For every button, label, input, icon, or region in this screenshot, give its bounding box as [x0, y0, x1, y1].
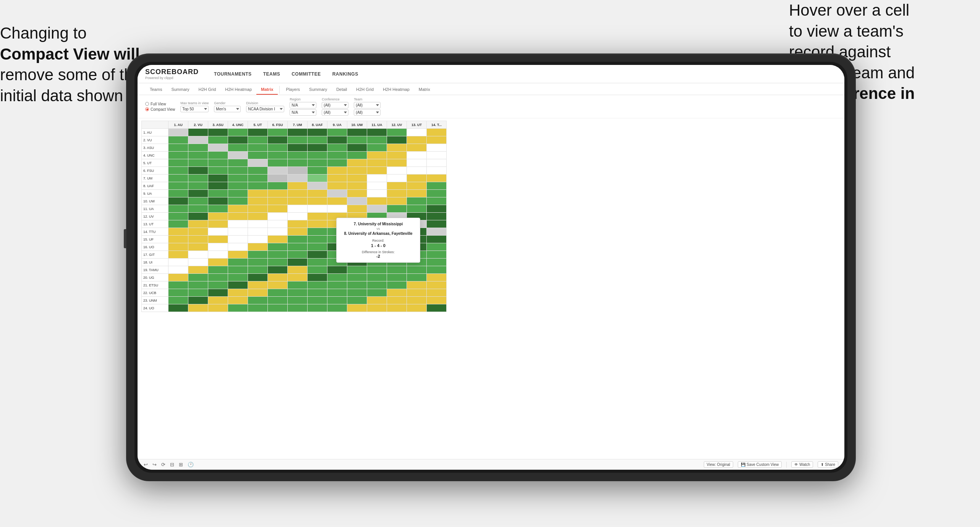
matrix-cell[interactable] — [268, 281, 288, 289]
matrix-cell[interactable] — [387, 136, 407, 144]
matrix-cell[interactable] — [387, 182, 407, 190]
matrix-cell[interactable] — [188, 274, 208, 281]
region-select-2[interactable]: N/A — [290, 109, 316, 116]
compact-view-radio[interactable]: Compact View — [145, 107, 175, 112]
matrix-cell[interactable] — [327, 289, 347, 297]
matrix-cell[interactable] — [208, 159, 228, 167]
matrix-cell[interactable] — [347, 281, 367, 289]
matrix-cell[interactable] — [427, 266, 447, 274]
matrix-cell[interactable] — [407, 129, 427, 136]
matrix-cell[interactable] — [308, 167, 327, 175]
matrix-cell[interactable] — [228, 197, 248, 205]
matrix-cell[interactable] — [427, 167, 447, 175]
matrix-cell[interactable] — [208, 236, 228, 243]
matrix-cell[interactable] — [268, 213, 288, 220]
matrix-cell[interactable] — [168, 281, 188, 289]
matrix-cell[interactable] — [427, 304, 447, 312]
matrix-cell[interactable] — [268, 136, 288, 144]
matrix-cell[interactable] — [188, 197, 208, 205]
matrix-cell[interactable] — [308, 129, 327, 136]
tab-summary-1[interactable]: Summary — [167, 85, 194, 95]
matrix-cell[interactable] — [248, 236, 268, 243]
matrix-cell[interactable] — [367, 274, 387, 281]
matrix-cell[interactable] — [347, 190, 367, 197]
clock-icon[interactable]: 🕐 — [188, 462, 194, 467]
matrix-cell[interactable] — [427, 251, 447, 259]
matrix-cell[interactable] — [228, 167, 248, 175]
matrix-cell[interactable] — [387, 297, 407, 304]
matrix-cell[interactable] — [288, 205, 308, 213]
matrix-cell[interactable] — [347, 167, 367, 175]
matrix-cell[interactable] — [208, 266, 228, 274]
matrix-cell[interactable] — [188, 175, 208, 182]
matrix-cell[interactable] — [367, 289, 387, 297]
matrix-cell[interactable] — [168, 175, 188, 182]
matrix-cell[interactable] — [288, 190, 308, 197]
matrix-cell[interactable] — [367, 144, 387, 152]
matrix-cell[interactable] — [427, 281, 447, 289]
matrix-cell[interactable] — [427, 220, 447, 228]
matrix-cell[interactable] — [327, 197, 347, 205]
matrix-cell[interactable] — [387, 175, 407, 182]
matrix-cell[interactable] — [407, 144, 427, 152]
matrix-cell[interactable] — [427, 159, 447, 167]
matrix-cell[interactable] — [308, 159, 327, 167]
zoom-out-icon[interactable]: ⊟ — [170, 462, 174, 467]
matrix-cell[interactable] — [248, 213, 268, 220]
matrix-cell[interactable] — [327, 129, 347, 136]
team-select-1[interactable]: (All) — [354, 102, 381, 108]
nav-tournaments[interactable]: TOURNAMENTS — [214, 71, 252, 77]
matrix-cell[interactable] — [228, 274, 248, 281]
matrix-cell[interactable] — [188, 243, 208, 251]
matrix-cell[interactable] — [387, 281, 407, 289]
matrix-cell[interactable] — [427, 274, 447, 281]
share-button[interactable]: ⬆ Share — [818, 461, 838, 468]
matrix-cell[interactable] — [427, 182, 447, 190]
matrix-cell[interactable] — [387, 152, 407, 159]
region-select-1[interactable]: N/A — [290, 102, 316, 108]
matrix-cell[interactable] — [407, 304, 427, 312]
matrix-cell[interactable] — [327, 304, 347, 312]
matrix-cell[interactable] — [327, 274, 347, 281]
matrix-cell[interactable] — [407, 281, 427, 289]
matrix-cell[interactable] — [268, 220, 288, 228]
tab-matrix[interactable]: Matrix — [256, 85, 278, 95]
matrix-cell[interactable] — [268, 175, 288, 182]
matrix-cell[interactable] — [248, 266, 268, 274]
matrix-cell[interactable] — [188, 281, 208, 289]
matrix-cell[interactable] — [228, 281, 248, 289]
matrix-cell[interactable] — [367, 205, 387, 213]
matrix-cell[interactable] — [268, 152, 288, 159]
matrix-cell[interactable] — [308, 213, 327, 220]
matrix-cell[interactable] — [228, 159, 248, 167]
matrix-wrapper[interactable]: 1. AU 2. VU 3. ASU 4. UNC 5. UT 6. FSU 7… — [141, 121, 841, 457]
matrix-cell[interactable] — [327, 281, 347, 289]
matrix-cell[interactable] — [268, 167, 288, 175]
matrix-cell[interactable] — [208, 281, 228, 289]
matrix-cell[interactable] — [168, 129, 188, 136]
matrix-cell[interactable] — [308, 190, 327, 197]
matrix-cell[interactable] — [248, 144, 268, 152]
matrix-cell[interactable] — [288, 159, 308, 167]
matrix-cell[interactable] — [268, 289, 288, 297]
conference-select-2[interactable]: (All) — [322, 109, 348, 116]
conference-select-1[interactable]: (All) — [322, 102, 348, 108]
matrix-cell[interactable] — [168, 243, 188, 251]
tab-h2h-heatmap-2[interactable]: H2H Heatmap — [378, 85, 414, 95]
matrix-cell[interactable] — [208, 205, 228, 213]
matrix-cell[interactable] — [387, 274, 407, 281]
matrix-cell[interactable] — [288, 289, 308, 297]
save-custom-view-button[interactable]: 💾 Save Custom View — [738, 461, 782, 468]
matrix-cell[interactable] — [387, 266, 407, 274]
matrix-cell[interactable] — [248, 281, 268, 289]
matrix-cell[interactable] — [308, 197, 327, 205]
matrix-cell[interactable] — [308, 274, 327, 281]
nav-committee[interactable]: COMMITTEE — [292, 71, 321, 77]
matrix-cell[interactable] — [288, 182, 308, 190]
compact-view-radio-dot[interactable] — [145, 107, 149, 111]
matrix-cell[interactable] — [228, 236, 248, 243]
matrix-cell[interactable] — [308, 289, 327, 297]
matrix-cell[interactable] — [248, 159, 268, 167]
matrix-cell[interactable] — [407, 289, 427, 297]
matrix-cell[interactable] — [367, 167, 387, 175]
